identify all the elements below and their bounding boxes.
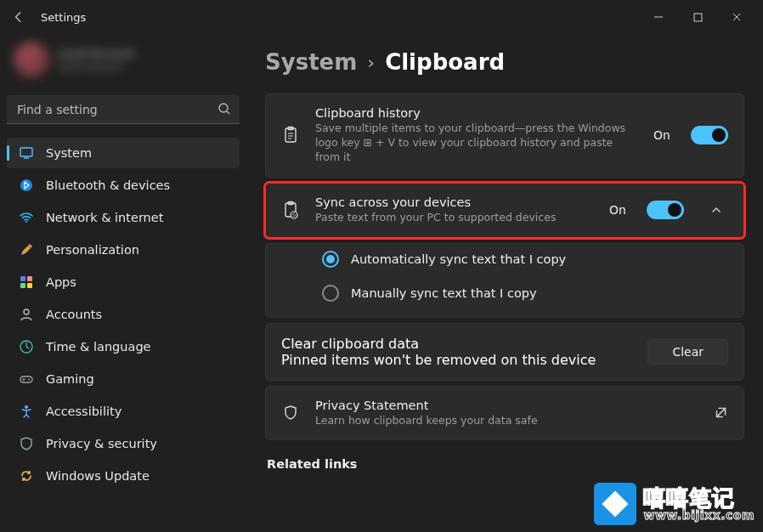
- sidebar-item-label: Personalization: [46, 243, 139, 257]
- breadcrumb: System › Clipboard: [265, 49, 744, 75]
- privacy-title: Privacy Statement: [315, 399, 698, 412]
- minimize-button[interactable]: [639, 3, 678, 31]
- sync-header-row[interactable]: Sync across your devices Paste text from…: [266, 184, 743, 237]
- clipboard-history-card: Clipboard history Save multiple items to…: [265, 93, 744, 178]
- sidebar-item-label: Accounts: [46, 308, 102, 321]
- sidebar-item-time-language[interactable]: Time & language: [7, 331, 240, 362]
- svg-point-9: [24, 309, 29, 314]
- svg-point-4: [25, 221, 27, 223]
- search-input[interactable]: [7, 95, 240, 124]
- sidebar-item-label: Gaming: [46, 372, 94, 386]
- svg-rect-6: [27, 276, 32, 281]
- clock-globe-icon: [19, 339, 34, 354]
- sync-options-card: Automatically sync text that I copy Manu…: [265, 243, 744, 318]
- clear-data-card: Clear clipboard data Pinned items won't …: [265, 323, 744, 381]
- svg-rect-2: [20, 148, 32, 156]
- profile-name: Local Account: [58, 47, 134, 59]
- avatar: [14, 42, 49, 77]
- svg-rect-11: [20, 376, 32, 382]
- svg-rect-7: [20, 283, 25, 288]
- history-desc: Save multiple items to your clipboard—pr…: [315, 122, 638, 165]
- related-links-heading: Related links: [267, 457, 744, 471]
- radio-auto-sync[interactable]: Automatically sync text that I copy: [322, 251, 728, 268]
- svg-rect-5: [20, 276, 25, 281]
- sidebar-item-label: Time & language: [46, 340, 151, 354]
- radio-icon: [322, 251, 339, 268]
- shield-outline-icon: [281, 404, 300, 422]
- breadcrumb-parent[interactable]: System: [265, 49, 357, 75]
- sync-devices-card: Sync across your devices Paste text from…: [265, 183, 744, 238]
- page-title: Clipboard: [385, 49, 505, 75]
- radio-label: Automatically sync text that I copy: [351, 252, 566, 266]
- sidebar-item-privacy[interactable]: Privacy & security: [7, 428, 240, 459]
- clipboard-sync-icon: [281, 201, 300, 219]
- update-icon: [19, 468, 34, 484]
- sidebar-item-personalization[interactable]: Personalization: [7, 235, 240, 265]
- privacy-card[interactable]: Privacy Statement Learn how clipboard ke…: [265, 386, 744, 441]
- svg-point-18: [291, 212, 297, 218]
- svg-point-13: [25, 405, 28, 409]
- svg-point-3: [20, 179, 32, 191]
- titlebar: Settings: [0, 0, 763, 34]
- clipboard-icon: [281, 126, 300, 144]
- radio-label: Manually sync text that I copy: [351, 286, 537, 300]
- accounts-icon: [19, 307, 34, 322]
- sidebar-item-bluetooth[interactable]: Bluetooth & devices: [7, 170, 240, 201]
- sidebar-item-system[interactable]: System: [7, 138, 240, 168]
- back-button[interactable]: [7, 5, 31, 29]
- clear-title: Clear clipboard data: [281, 336, 632, 352]
- sidebar-item-gaming[interactable]: Gaming: [7, 364, 240, 394]
- history-state-label: On: [653, 128, 670, 142]
- svg-point-12: [28, 379, 30, 381]
- bluetooth-icon: [19, 178, 34, 193]
- profile-email: Local account: [58, 61, 134, 72]
- history-title: Clipboard history: [315, 106, 638, 120]
- sidebar-item-accessibility[interactable]: Accessibility: [7, 396, 240, 427]
- sidebar-item-apps[interactable]: Apps: [7, 267, 240, 297]
- sync-state-label: On: [609, 203, 626, 217]
- external-link-icon: [713, 405, 728, 421]
- sync-desc: Paste text from your PC to supported dev…: [315, 211, 594, 225]
- sidebar-item-label: Windows Update: [46, 469, 150, 483]
- svg-rect-0: [694, 14, 702, 21]
- shield-icon: [19, 436, 34, 451]
- sync-toggle[interactable]: [647, 201, 684, 219]
- sidebar: Local Account Local account System Bluet…: [0, 34, 246, 532]
- privacy-desc: Learn how clipboard keeps your data safe: [315, 414, 698, 428]
- sidebar-item-label: Privacy & security: [46, 437, 157, 450]
- sidebar-item-windows-update[interactable]: Windows Update: [7, 461, 240, 491]
- nav-list: System Bluetooth & devices Network & int…: [7, 138, 240, 491]
- svg-rect-8: [27, 283, 32, 288]
- svg-rect-14: [285, 128, 296, 142]
- main-content: System › Clipboard Clipboard history Sav…: [246, 34, 763, 532]
- apps-icon: [19, 274, 34, 290]
- radio-icon: [322, 285, 339, 302]
- close-button[interactable]: [717, 3, 756, 31]
- system-icon: [19, 145, 34, 161]
- profile-block[interactable]: Local Account Local account: [7, 34, 240, 85]
- search-icon: [218, 102, 231, 119]
- gaming-icon: [19, 371, 34, 387]
- sidebar-item-label: Network & internet: [46, 211, 163, 224]
- svg-point-1: [219, 104, 228, 112]
- chevron-right-icon: ›: [367, 52, 375, 73]
- sidebar-item-label: Bluetooth & devices: [46, 178, 170, 192]
- chevron-up-icon[interactable]: [704, 204, 728, 216]
- sidebar-item-accounts[interactable]: Accounts: [7, 299, 240, 330]
- sidebar-item-network[interactable]: Network & internet: [7, 202, 240, 233]
- sidebar-item-label: Apps: [46, 275, 76, 289]
- history-toggle[interactable]: [691, 126, 728, 144]
- accessibility-icon: [19, 404, 34, 419]
- sidebar-item-label: Accessibility: [46, 405, 122, 418]
- radio-manual-sync[interactable]: Manually sync text that I copy: [322, 285, 728, 302]
- maximize-button[interactable]: [678, 3, 717, 31]
- app-title: Settings: [41, 11, 86, 24]
- brush-icon: [19, 242, 34, 258]
- sync-title: Sync across your devices: [315, 195, 594, 209]
- clear-button[interactable]: Clear: [647, 339, 728, 365]
- sidebar-item-label: System: [46, 146, 92, 160]
- wifi-icon: [19, 210, 34, 225]
- search-box[interactable]: [7, 95, 240, 124]
- clear-desc: Pinned items won't be removed on this de…: [281, 352, 632, 368]
